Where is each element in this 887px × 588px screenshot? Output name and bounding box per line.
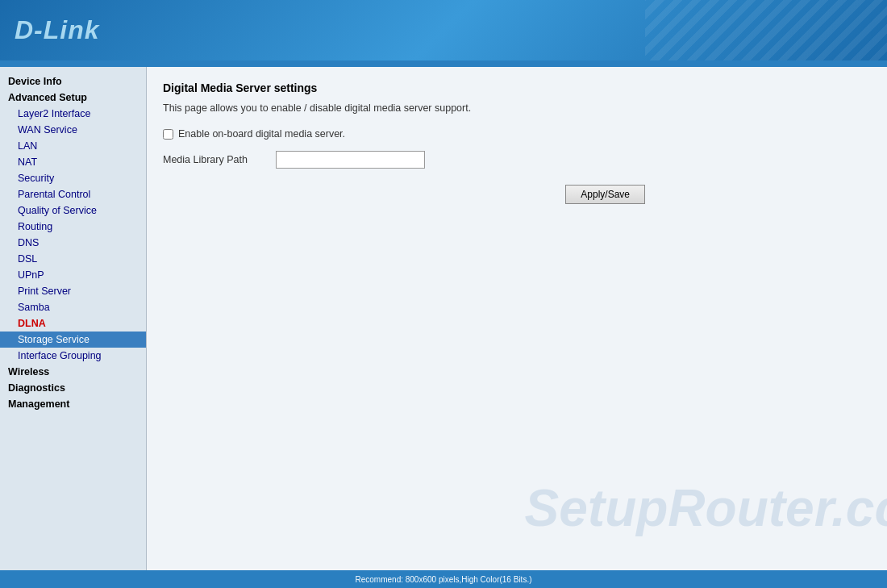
sidebar-item-management[interactable]: Management (0, 396, 146, 412)
media-library-path-row: Media Library Path (163, 151, 871, 169)
sidebar-item-interface-grouping[interactable]: Interface Grouping (0, 348, 146, 364)
sidebar-item-wireless[interactable]: Wireless (0, 364, 146, 380)
page-title: Digital Media Server settings (163, 81, 871, 94)
checkbox-row: Enable on-board digital media server. (163, 128, 871, 140)
footer-text: Recommend: 800x600 pixels,High Color(16 … (356, 575, 532, 584)
checkbox-label[interactable]: Enable on-board digital media server. (163, 128, 345, 140)
sidebar-item-dlna[interactable]: DLNA (0, 315, 146, 332)
sidebar-item-samba[interactable]: Samba (0, 299, 146, 315)
logo-text: D-Link (15, 15, 100, 44)
blue-bar (0, 60, 887, 67)
sidebar-item-parental-control[interactable]: Parental Control (0, 186, 146, 202)
sidebar-item-quality-of-service[interactable]: Quality of Service (0, 202, 146, 219)
sidebar-item-routing[interactable]: Routing (0, 219, 146, 235)
sidebar-item-layer2-interface[interactable]: Layer2 Interface (0, 106, 146, 122)
sidebar-item-diagnostics[interactable]: Diagnostics (0, 380, 146, 396)
header: D-Link (0, 0, 887, 60)
apply-save-button[interactable]: Apply/Save (565, 185, 645, 204)
sidebar-item-security[interactable]: Security (0, 170, 146, 186)
logo: D-Link (15, 15, 100, 45)
content-area: Digital Media Server settings This page … (147, 67, 887, 570)
sidebar-item-storage-service[interactable]: Storage Service (0, 332, 146, 348)
page-description: This page allows you to enable / disable… (163, 102, 871, 114)
sidebar-item-advanced-setup[interactable]: Advanced Setup (0, 90, 146, 106)
sidebar-item-dns[interactable]: DNS (0, 235, 146, 251)
sidebar: Device Info Advanced Setup Layer2 Interf… (0, 67, 147, 570)
media-library-path-label: Media Library Path (163, 154, 268, 165)
enable-dlna-checkbox[interactable] (163, 129, 173, 140)
media-library-path-input[interactable] (276, 151, 425, 169)
apply-save-row: Apply/Save (163, 185, 871, 204)
sidebar-item-nat[interactable]: NAT (0, 154, 146, 170)
sidebar-item-device-info[interactable]: Device Info (0, 73, 146, 90)
main-layout: Device Info Advanced Setup Layer2 Interf… (0, 67, 887, 570)
footer-bar: Recommend: 800x600 pixels,High Color(16 … (0, 570, 887, 588)
sidebar-item-lan[interactable]: LAN (0, 138, 146, 154)
sidebar-item-wan-service[interactable]: WAN Service (0, 122, 146, 138)
sidebar-item-upnp[interactable]: UPnP (0, 267, 146, 283)
watermark: SetupRouter.cc (525, 478, 887, 538)
checkbox-label-text: Enable on-board digital media server. (178, 128, 345, 140)
sidebar-item-dsl[interactable]: DSL (0, 251, 146, 267)
sidebar-item-print-server[interactable]: Print Server (0, 283, 146, 299)
